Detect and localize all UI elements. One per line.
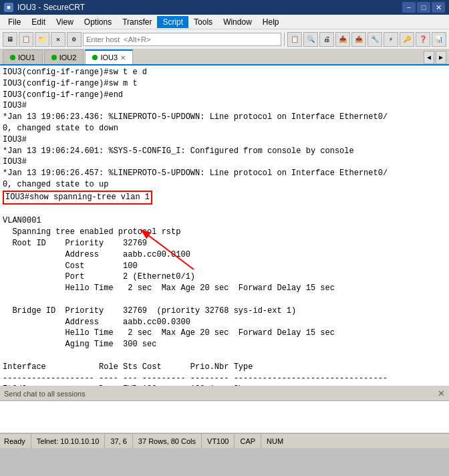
tab-iou1[interactable]: IOU1 (3, 49, 43, 64)
tab-status-dot (51, 55, 57, 60)
toolbar-btn-6[interactable]: 📋 (287, 32, 302, 47)
tab-next-arrow[interactable]: ▶ (436, 51, 446, 64)
tab-label-iou3: IOU3 (100, 53, 118, 62)
toolbar-btn-2[interactable]: 📋 (19, 32, 33, 47)
menu-edit[interactable]: Edit (26, 16, 51, 28)
title-bar: ■ IOU3 - SecureCRT − □ ✕ (0, 0, 449, 15)
toolbar: 🖥 📋 📁 ✕ ⚙ 📋 🔍 🖨 📥 📤 🔧 ⚡ 🔑 ❓ 📊 (0, 29, 449, 49)
terminal-area[interactable]: IOU3(config-if-range)#sw t e d IOU3(conf… (0, 66, 449, 386)
toolbar-btn-7[interactable]: 🔍 (303, 32, 318, 47)
toolbar-btn-11[interactable]: 🔧 (367, 32, 382, 47)
toolbar-btn-8[interactable]: 🖨 (319, 32, 334, 47)
status-terminal: VT100 (202, 434, 235, 448)
tab-label-iou1: IOU1 (18, 53, 35, 62)
status-ready: Ready (4, 434, 31, 448)
menu-transfer[interactable]: Transfer (117, 16, 157, 28)
tab-status-dot (10, 55, 15, 60)
toolbar-btn-12[interactable]: ⚡ (384, 32, 398, 47)
minimize-button[interactable]: − (402, 2, 416, 13)
toolbar-btn-1[interactable]: 🖥 (3, 32, 17, 47)
terminal-line: IOU3(config-if-range)#sw t e d IOU3(conf… (3, 68, 388, 189)
app-icon: ■ (4, 3, 13, 12)
menu-options[interactable]: Options (79, 16, 117, 28)
send-chat-label: Send chat to all sessions (4, 390, 86, 398)
menu-bar: File Edit View Options Transfer Script T… (0, 15, 449, 29)
terminal-line-after: VLAN0001 Spanning tree enabled protocol … (3, 216, 388, 386)
status-cap: CAP (235, 434, 261, 448)
status-bar: Ready Telnet: 10.10.10.10 37, 6 37 Rows,… (0, 433, 449, 448)
address-input[interactable] (83, 33, 281, 46)
status-position: 37, 6 (105, 434, 132, 448)
send-chat-bar: Send chat to all sessions ✕ (0, 386, 449, 401)
menu-help[interactable]: Help (257, 16, 285, 28)
tab-label-iou2: IOU2 (59, 53, 77, 62)
toolbar-btn-15[interactable]: 📊 (432, 32, 446, 47)
tab-close-button[interactable]: ✕ (120, 54, 126, 62)
tab-prev-arrow[interactable]: ◀ (424, 51, 434, 64)
status-connection: Telnet: 10.10.10.10 (31, 434, 106, 448)
highlighted-command: IOU3#show spanning-tree vlan 1 (3, 191, 152, 205)
status-num: NUM (261, 434, 289, 448)
chat-input[interactable] (1, 402, 448, 431)
close-button[interactable]: ✕ (432, 2, 445, 13)
send-chat-close[interactable]: ✕ (438, 388, 445, 398)
terminal-content: IOU3(config-if-range)#sw t e d IOU3(conf… (3, 67, 446, 386)
tab-bar: IOU1 IOU2 IOU3 ✕ ◀ ▶ (0, 49, 449, 66)
tab-navigation: ◀ ▶ (424, 51, 446, 64)
menu-window[interactable]: Window (218, 16, 257, 28)
toolbar-btn-3[interactable]: 📁 (35, 32, 49, 47)
toolbar-btn-10[interactable]: 📤 (351, 32, 366, 47)
toolbar-separator (284, 33, 285, 46)
tab-iou2[interactable]: IOU2 (44, 49, 84, 64)
window-controls: − □ ✕ (402, 2, 445, 13)
menu-script[interactable]: Script (157, 16, 188, 28)
toolbar-btn-9[interactable]: 📥 (335, 32, 350, 47)
maximize-button[interactable]: □ (417, 2, 430, 13)
toolbar-btn-13[interactable]: 🔑 (400, 32, 414, 47)
menu-view[interactable]: View (51, 16, 79, 28)
status-dimensions: 37 Rows, 80 Cols (133, 434, 202, 448)
tab-status-dot (92, 55, 98, 60)
menu-file[interactable]: File (3, 16, 26, 28)
toolbar-btn-4[interactable]: ✕ (51, 32, 65, 47)
toolbar-btn-5[interactable]: ⚙ (67, 32, 82, 47)
chat-input-area (0, 401, 449, 433)
toolbar-btn-14[interactable]: ❓ (416, 32, 430, 47)
tab-iou3[interactable]: IOU3 ✕ (85, 49, 133, 64)
window-title: IOU3 - SecureCRT (17, 3, 402, 12)
menu-tools[interactable]: Tools (188, 16, 218, 28)
